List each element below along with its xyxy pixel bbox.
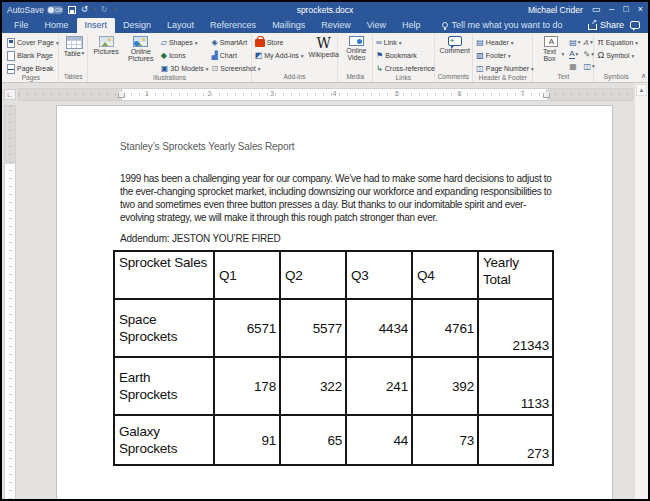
symbol-button[interactable]: Ω Symbol ▾	[597, 50, 638, 61]
3d-models-button[interactable]: ▣ 3D Models ▾	[161, 63, 209, 74]
cell-q3[interactable]: 241	[346, 357, 412, 415]
doc-addendum[interactable]: Addendum: JESTON YOU’RE FIRED	[120, 233, 557, 244]
my-addins-icon: ◩	[255, 52, 263, 60]
comment-button[interactable]: + Comment	[438, 35, 472, 54]
cover-page-button[interactable]: Cover Page ▾	[7, 37, 59, 48]
cell-q1[interactable]: 6571	[214, 299, 280, 357]
cell-yearly-total[interactable]: 273	[478, 415, 553, 465]
cell-yearly-total[interactable]: 21343	[478, 299, 553, 357]
store-button[interactable]: Store	[255, 37, 304, 48]
online-pictures-button[interactable]: Online Pictures	[124, 35, 158, 63]
cell-q3[interactable]: 44	[346, 415, 412, 465]
cell-q2[interactable]: 5577	[280, 299, 346, 357]
page-break-button[interactable]: Page Break	[7, 63, 59, 74]
footer-button[interactable]: ▧ Footer ▾	[476, 50, 534, 61]
cell-q3[interactable]: 4434	[346, 299, 412, 357]
wikipedia-icon: W	[317, 36, 331, 50]
tab-stop-selector-button[interactable]: ∟	[4, 89, 16, 100]
cross-reference-button[interactable]: ↳ Cross-reference	[376, 63, 435, 74]
autosave-toggle[interactable]: AutoSave Off	[7, 5, 63, 15]
ribbon-display-options-icon[interactable]: ▭	[592, 5, 601, 14]
share-button[interactable]: Share	[588, 20, 624, 30]
text-box-button[interactable]: A Text Box▾	[536, 35, 566, 63]
cell-row-name[interactable]: Space Sprockets	[114, 299, 214, 357]
header-cell-q2[interactable]: Q2	[280, 251, 346, 299]
cell-row-name[interactable]: Galaxy Sprockets	[114, 415, 214, 465]
shapes-button[interactable]: ▱ Shapes ▾	[161, 37, 209, 48]
blank-page-button[interactable]: Blank Page	[7, 50, 59, 61]
save-icon[interactable]	[68, 6, 76, 14]
undo-dropdown-icon[interactable]: ▾	[93, 7, 96, 13]
tab-file[interactable]: File	[6, 18, 37, 33]
wordart-button[interactable]: A▾	[584, 37, 595, 47]
header-cell-sprocket-sales[interactable]: Sprocket Sales	[114, 251, 214, 299]
tab-review[interactable]: Review	[313, 18, 359, 33]
tab-view[interactable]: View	[359, 18, 394, 33]
chevron-down-icon: ▾	[561, 52, 564, 58]
header-cell-q3[interactable]: Q3	[346, 251, 412, 299]
tab-home[interactable]: Home	[37, 18, 77, 33]
tab-layout[interactable]: Layout	[159, 18, 202, 33]
comments-icon[interactable]	[630, 21, 640, 29]
tab-references[interactable]: References	[202, 18, 264, 33]
tab-design[interactable]: Design	[115, 18, 159, 33]
quick-parts-button[interactable]: ▤▾	[569, 37, 580, 47]
scroll-up-icon[interactable]: ▲	[636, 84, 647, 96]
header-cell-q1[interactable]: Q1	[214, 251, 280, 299]
group-comments: + Comment Comments	[435, 34, 474, 82]
icons-button[interactable]: ◆ Icons	[161, 50, 209, 61]
user-name[interactable]: Michael Crider	[528, 5, 583, 15]
doc-heading[interactable]: Stanley’s Sprockets Yearly Sales Report	[120, 141, 557, 152]
object-button[interactable]: ◫▾	[584, 61, 595, 71]
online-pictures-icon	[133, 36, 148, 47]
quick-access-customize-icon[interactable]: ▾	[113, 7, 116, 13]
tab-help[interactable]: Help	[394, 18, 429, 33]
minimize-icon[interactable]: –	[609, 5, 614, 14]
table-button[interactable]: Table▾	[62, 35, 87, 57]
maximize-icon[interactable]: □	[623, 5, 628, 14]
cell-q1[interactable]: 178	[214, 357, 280, 415]
document-page[interactable]: Stanley’s Sprockets Yearly Sales Report …	[56, 105, 613, 499]
date-time-button[interactable]: ▦	[569, 61, 580, 71]
signature-line-button[interactable]: ✎▾	[584, 49, 595, 59]
cell-q1[interactable]: 91	[214, 415, 280, 465]
link-button[interactable]: ∞ Link ▾	[376, 37, 435, 48]
cell-yearly-total[interactable]: 1133	[478, 357, 553, 415]
tell-me-search[interactable]: Tell me what you want to do	[442, 20, 588, 33]
page-number-icon: ◫	[476, 65, 484, 73]
page-number-button[interactable]: ◫ Page Number ▾	[476, 63, 534, 74]
my-addins-button[interactable]: ◩ My Add-ins ▾	[255, 50, 304, 61]
bookmark-icon: ⚑	[376, 52, 383, 60]
cell-q4[interactable]: 73	[412, 415, 478, 465]
group-label-comments: Comments	[438, 73, 470, 82]
vertical-scrollbar[interactable]: ▲	[634, 83, 648, 499]
undo-icon[interactable]: ↺	[81, 5, 88, 14]
doc-paragraph[interactable]: 1999 has been a challenging year for our…	[120, 172, 554, 224]
tab-mailings[interactable]: Mailings	[264, 18, 313, 33]
wikipedia-button[interactable]: W Wikipedia	[307, 35, 341, 58]
header-cell-yearly-total[interactable]: Yearly Total	[478, 251, 553, 299]
header-button[interactable]: ▤ Header ▾	[476, 37, 534, 48]
online-video-button[interactable]: Online Video	[341, 35, 371, 62]
header-cell-q4[interactable]: Q4	[412, 251, 478, 299]
pictures-button[interactable]: Pictures	[91, 35, 120, 55]
cross-reference-icon: ↳	[376, 65, 383, 73]
cell-q2[interactable]: 322	[280, 357, 346, 415]
bookmark-button[interactable]: ⚑ Bookmark	[376, 50, 435, 61]
shapes-label: Shapes	[169, 39, 193, 46]
equation-button[interactable]: π Equation ▾	[597, 37, 638, 48]
cell-q4[interactable]: 4761	[412, 299, 478, 357]
collapse-ribbon-icon[interactable]: ∧	[641, 72, 646, 80]
close-icon[interactable]: ×	[638, 5, 643, 14]
cell-q2[interactable]: 65	[280, 415, 346, 465]
chart-icon: ▟	[212, 52, 218, 60]
cell-q4[interactable]: 392	[412, 357, 478, 415]
store-label: Store	[267, 39, 284, 46]
tab-insert[interactable]: Insert	[77, 18, 116, 33]
drop-cap-button[interactable]: A▾	[569, 49, 580, 59]
redo-icon[interactable]: ↻	[101, 5, 108, 14]
comment-label: Comment	[440, 47, 470, 54]
cell-row-name[interactable]: Earth Sprockets	[114, 357, 214, 415]
online-video-label: Online Video	[343, 47, 369, 62]
table-row: Space Sprockets 6571 5577 4434 4761 2134…	[114, 299, 553, 357]
